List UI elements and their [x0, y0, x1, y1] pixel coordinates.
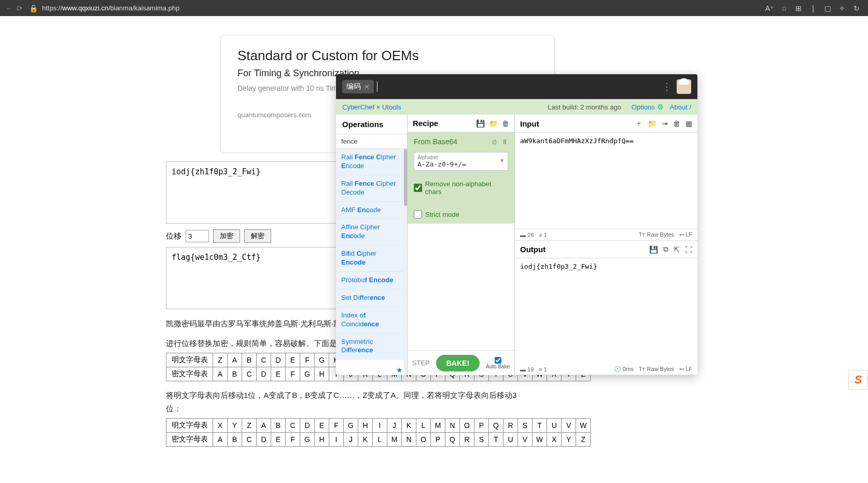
operation-item[interactable]: Symmetric Difference: [336, 334, 407, 360]
alphabet-table-2: 明文字母表XYZABCDEFGHIJKLMNOPQRSTUVW密文字母表ABCD…: [166, 418, 591, 447]
operations-title: Operations: [336, 115, 407, 134]
output-textarea[interactable]: iodj{zh1f0p3_2_Fwi}: [515, 258, 697, 364]
operation-item[interactable]: Rail Fence Cipher Encode: [336, 149, 407, 175]
clear-input-icon[interactable]: 🗑: [673, 119, 680, 128]
recipe-operation[interactable]: From Base64 ⊘ ⏸ Alphabet A-Za-z0-9+/= ▼: [408, 132, 514, 224]
clear-recipe-icon[interactable]: 🗑: [502, 119, 509, 128]
operations-search[interactable]: fence: [336, 134, 407, 149]
operation-item[interactable]: Rail Fence Cipher Decode: [336, 175, 407, 202]
dropdown-icon[interactable]: ▼: [499, 158, 505, 163]
ime-indicator[interactable]: S 中: [848, 370, 868, 390]
out-encoding[interactable]: Tᴛ Raw Bytes: [639, 366, 674, 372]
recipe-panel: Recipe 💾 📁 🗑 From Base64 ⊘ ⏸: [408, 115, 515, 375]
scrollbar[interactable]: [404, 149, 407, 375]
close-tag-icon[interactable]: ✕: [364, 83, 370, 91]
operation-name: From Base64: [414, 137, 457, 146]
maximize-icon[interactable]: ⛶: [685, 245, 692, 254]
more-icon[interactable]: ⋮: [662, 81, 671, 92]
add-input-icon[interactable]: ＋: [635, 119, 642, 128]
out-line-count: ≡ 1: [539, 366, 547, 372]
remove-non-alpha-checkbox[interactable]: Remove non-alphabet chars: [414, 180, 508, 196]
build-info: Last build: 2 months ago: [548, 103, 621, 111]
save-recipe-icon[interactable]: 💾: [476, 119, 485, 128]
char-count: ▬ 28: [520, 232, 534, 238]
ad-title: Standard or Custom for OEMs: [237, 48, 538, 64]
browser-address-bar: ← ⟳ 🔒 https://www.qqxiuzi.cn/bianma/kais…: [0, 0, 868, 16]
favorite-star-icon[interactable]: ★: [396, 366, 403, 374]
operation-item[interactable]: Affine Cipher Encode: [336, 219, 407, 245]
recipe-title: Recipe: [413, 119, 472, 128]
collections-icon[interactable]: ▢: [820, 4, 835, 12]
reset-layout-icon[interactable]: ▦: [685, 119, 692, 128]
gear-icon: ⚙: [657, 103, 664, 111]
text-cursor: [377, 81, 377, 92]
divider: |: [806, 4, 820, 12]
output-status-bar: ▬ 19 ≡ 1 🕐 0ms Tᴛ Raw Bytes ↤ LF: [515, 364, 697, 375]
input-title: Input: [520, 119, 630, 128]
shift-input[interactable]: [186, 230, 209, 242]
extension-icon[interactable]: ⊞: [791, 4, 806, 12]
favorite-icon[interactable]: ☆: [777, 4, 791, 12]
auto-bake-toggle[interactable]: Auto Bake: [486, 357, 510, 369]
strict-mode-checkbox[interactable]: Strict mode: [414, 210, 508, 218]
scrollbar-thumb[interactable]: [404, 149, 407, 206]
disable-op-icon[interactable]: ⊘: [492, 138, 497, 146]
open-folder-icon[interactable]: 📁: [648, 119, 656, 128]
cyberchef-header: CyberChef × Utools Last build: 2 months …: [336, 99, 697, 115]
operations-panel: Operations fence Rail Fence Cipher Encod…: [336, 115, 408, 375]
favorites-bar-icon[interactable]: ✧: [835, 4, 849, 12]
line-count: ≡ 1: [539, 232, 547, 238]
operation-item[interactable]: Protobuf Encode: [336, 272, 407, 289]
output-title: Output: [520, 245, 644, 254]
encoding[interactable]: Tᴛ Raw Bytes: [639, 231, 674, 238]
operations-list[interactable]: Rail Fence Cipher EncodeRail Fence Ciphe…: [336, 149, 407, 375]
lock-icon: 🔒: [29, 4, 38, 12]
step-button[interactable]: STEP: [412, 359, 430, 367]
operation-item[interactable]: Set Difference: [336, 289, 407, 307]
alphabet-select[interactable]: Alphabet A-Za-z0-9+/= ▼: [414, 152, 508, 171]
cyberchef-window: 编码 ✕ ⋮ CyberChef × Utools Last build: 2 …: [336, 74, 697, 375]
sogou-logo-icon: S: [855, 373, 862, 387]
load-recipe-icon[interactable]: 📁: [489, 119, 498, 128]
open-file-icon[interactable]: ⇥: [662, 119, 668, 128]
eol[interactable]: ↤ LF: [679, 231, 692, 238]
out-eol[interactable]: ↤ LF: [679, 366, 692, 372]
replace-input-icon[interactable]: ⇱: [674, 245, 680, 254]
out-char-count: ▬ 19: [520, 366, 534, 372]
input-textarea[interactable]: aW9kant6aDFmMHAzXzJfRndpfQ==: [515, 133, 697, 229]
brand-link[interactable]: CyberChef × Utools: [342, 103, 401, 111]
history-icon[interactable]: ↻: [849, 4, 864, 12]
copy-output-icon[interactable]: ⧉: [663, 245, 668, 254]
read-aloud-icon[interactable]: A⁺: [762, 4, 777, 12]
bake-bar: STEP BAKE! Auto Bake: [408, 350, 514, 375]
search-tag[interactable]: 编码 ✕: [342, 80, 374, 93]
operation-item[interactable]: Bifid Cipher Encode: [336, 245, 407, 272]
shift-label: 位移: [166, 231, 181, 241]
operation-item[interactable]: Index of Coincidence: [336, 307, 407, 334]
about-link[interactable]: About /: [670, 103, 691, 111]
refresh-button[interactable]: ⟳: [15, 4, 25, 12]
url-text[interactable]: https://www.qqxiuzi.cn/bianma/kaisamima.…: [42, 4, 179, 12]
back-button[interactable]: ←: [4, 4, 15, 12]
bake-button[interactable]: BAKE!: [436, 355, 480, 371]
decrypt-button[interactable]: 解密: [244, 229, 271, 243]
io-panel: Input ＋ 📁 ⇥ 🗑 ▦ aW9kant6aDFmMHAzXzJfRndp…: [515, 115, 697, 375]
chef-icon: [677, 79, 691, 94]
explain-text-3: 将明文字母表向后移动1位，A变成了B，B变成了C……，Z变成了A。同理，若将明文…: [166, 389, 529, 415]
timing: 🕐 0ms: [614, 366, 634, 372]
options-link[interactable]: Options ⚙: [632, 103, 664, 111]
cyberchef-titlebar[interactable]: 编码 ✕ ⋮: [336, 74, 697, 99]
encrypt-button[interactable]: 加密: [213, 229, 240, 243]
save-output-icon[interactable]: 💾: [649, 245, 658, 254]
operation-item[interactable]: AMF Encode: [336, 202, 407, 219]
pause-op-icon[interactable]: ⏸: [501, 138, 508, 146]
input-status-bar: ▬ 28 ≡ 1 Tᴛ Raw Bytes ↤ LF: [515, 229, 697, 241]
